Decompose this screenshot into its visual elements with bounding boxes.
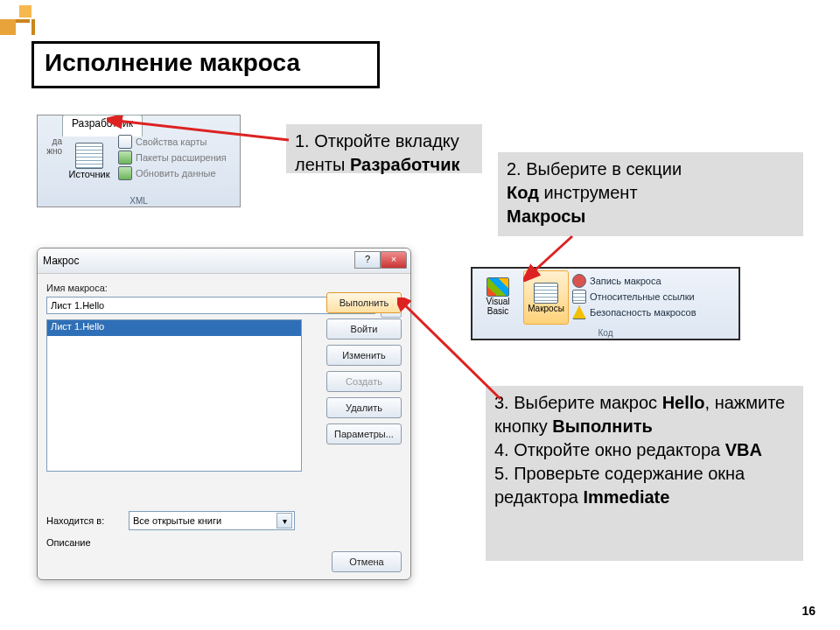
edit-button[interactable]: Изменить bbox=[326, 345, 402, 366]
page-number: 16 bbox=[802, 604, 816, 618]
step-2-callout: 2. Выберите в секции Код инструмент Макр… bbox=[498, 152, 803, 236]
ribbon-group-xml: XML bbox=[38, 196, 240, 206]
location-label: Находится в: bbox=[46, 515, 122, 526]
macro-security[interactable]: Безопасность макросов bbox=[572, 305, 696, 319]
source-button-label: Источник bbox=[69, 169, 110, 179]
ribbon-left-cut-text: дажно bbox=[39, 136, 62, 156]
dialog-titlebar[interactable]: Макрос ? × bbox=[38, 248, 410, 274]
record-macro[interactable]: Запись макроса bbox=[572, 274, 696, 288]
slide-decoration bbox=[0, 0, 61, 35]
visual-basic-button[interactable]: VisualBasic bbox=[476, 270, 520, 323]
macros-icon bbox=[534, 283, 558, 304]
close-button[interactable]: × bbox=[381, 251, 407, 269]
ribbon-group-code: Код bbox=[472, 328, 738, 338]
location-combo[interactable]: Все открытые книги ▾ bbox=[129, 511, 295, 530]
ribbon-code-fragment: VisualBasic Макросы Запись макроса Относ… bbox=[471, 267, 740, 340]
options-button[interactable]: Параметры... bbox=[326, 424, 402, 444]
description-label: Описание bbox=[46, 537, 91, 548]
macros-button[interactable]: Макросы bbox=[523, 270, 569, 325]
warn-icon bbox=[572, 305, 586, 319]
relative-refs[interactable]: Относительные ссылки bbox=[572, 290, 696, 304]
delete-button[interactable]: Удалить bbox=[326, 397, 402, 418]
expansion-packs[interactable]: Пакеты расширения bbox=[118, 150, 227, 164]
doc-icon bbox=[118, 135, 132, 149]
relative-icon bbox=[572, 290, 586, 304]
run-button[interactable]: Выполнить bbox=[326, 292, 402, 313]
ribbon-developer-fragment: Разработчик дажно Источник Свойства карт… bbox=[37, 115, 241, 207]
step-1-callout: 1. Откройте вкладку ленты Разработчик bbox=[286, 124, 482, 173]
chevron-down-icon: ▾ bbox=[276, 513, 292, 528]
help-button[interactable]: ? bbox=[354, 251, 381, 269]
source-button[interactable]: Источник bbox=[66, 135, 113, 187]
create-button[interactable]: Создать bbox=[326, 371, 402, 392]
pack-icon bbox=[118, 150, 132, 164]
vb-icon bbox=[486, 277, 509, 297]
cancel-button[interactable]: Отмена bbox=[332, 551, 402, 572]
refresh-data[interactable]: Обновить данные bbox=[118, 166, 227, 180]
location-value: Все открытые книги bbox=[133, 515, 221, 526]
step-into-button[interactable]: Войти bbox=[326, 318, 402, 340]
source-icon bbox=[75, 143, 103, 169]
step-3-5-callout: 3. Выберите макрос Hello, нажмите кнопку… bbox=[486, 386, 803, 561]
xml-tools-list: Свойства карты Пакеты расширения Обновит… bbox=[118, 135, 227, 180]
record-icon bbox=[572, 274, 586, 288]
slide-title: Исполнение макроса bbox=[32, 41, 380, 88]
map-properties[interactable]: Свойства карты bbox=[118, 135, 227, 149]
dialog-title: Макрос bbox=[43, 255, 79, 267]
refresh-icon bbox=[118, 166, 132, 180]
macro-list[interactable]: Лист 1.Hello bbox=[46, 319, 302, 472]
tab-developer[interactable]: Разработчик bbox=[62, 115, 143, 136]
list-item[interactable]: Лист 1.Hello bbox=[47, 320, 301, 336]
macro-dialog: Макрос ? × Имя макроса: ▦ Лист 1.Hello В… bbox=[37, 248, 411, 580]
